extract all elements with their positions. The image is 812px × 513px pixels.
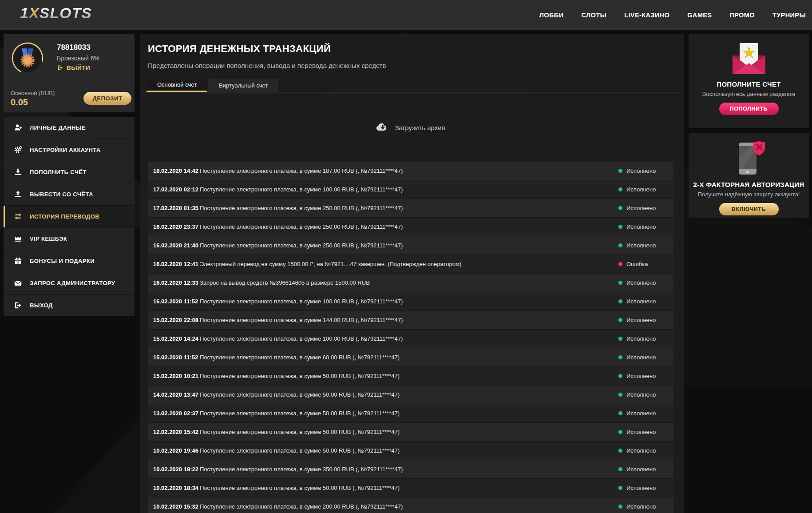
transaction-date: 10.02.2020 18:34 bbox=[153, 485, 200, 491]
tab-main-account[interactable]: Основной счет bbox=[147, 79, 207, 92]
status-label: Исполнено bbox=[626, 429, 656, 435]
sidebar-item-withdraw[interactable]: ВЫВЕСТИ СО СЧЁТА bbox=[4, 183, 135, 205]
cloud-download-icon bbox=[376, 123, 389, 132]
transaction-row: 15.02.2020 14:24Поступление электронного… bbox=[148, 330, 673, 348]
transaction-row: 10.02.2020 19:22Поступление электронного… bbox=[148, 460, 673, 479]
transaction-description: Поступление электронного платежа, в сумм… bbox=[200, 335, 618, 342]
transaction-status: Исполнено bbox=[618, 410, 668, 417]
status-dot-icon bbox=[618, 318, 622, 322]
sidebar-menu: ЛИЧНЫЕ ДАННЫЕНАСТРОЙКИ АККАУНТАПОПОЛНИТЬ… bbox=[4, 117, 135, 317]
status-dot-icon bbox=[618, 225, 622, 229]
transaction-row: 10.02.2020 18:34Поступление электронного… bbox=[148, 479, 673, 497]
promo-deposit-card: ПОПОЛНИТЕ СЧЕТ Воспользуйтесь данным раз… bbox=[689, 34, 809, 128]
avatar bbox=[12, 42, 44, 74]
promo-deposit-button[interactable]: ПОПОЛНИТЬ bbox=[719, 103, 779, 115]
user-card: 78818033 Бронзовый 6% ВЫЙТИ Основной (RU… bbox=[4, 34, 135, 112]
nav-item-слоты[interactable]: СЛОТЫ bbox=[582, 12, 607, 19]
nav-item-промо[interactable]: ПРОМО bbox=[729, 12, 755, 19]
logo-part-x: X bbox=[29, 4, 40, 21]
transaction-date: 16.02.2020 12:33 bbox=[153, 279, 200, 286]
transaction-date: 15.02.2020 11:52 bbox=[153, 354, 200, 361]
transaction-date: 15.02.2020 10:21 bbox=[153, 373, 200, 379]
sidebar-item-label: ПОПОЛНИТЬ СЧЁТ bbox=[30, 169, 87, 175]
transaction-status: Исполнено bbox=[618, 317, 668, 323]
transaction-status: Исполнено bbox=[618, 429, 668, 435]
status-label: Исполнено bbox=[626, 485, 656, 491]
transaction-status: Исполнено bbox=[618, 279, 668, 286]
envelope-icon bbox=[14, 279, 22, 287]
status-dot-icon bbox=[618, 262, 622, 266]
sidebar-item-deposit[interactable]: ПОПОЛНИТЬ СЧЁТ bbox=[4, 161, 135, 183]
transaction-description: Поступление электронного платежа, в сумм… bbox=[200, 485, 618, 491]
nav-item-турниры[interactable]: ТУРНИРЫ bbox=[772, 12, 806, 19]
user-plus-icon bbox=[14, 123, 22, 132]
transaction-date: 14.02.2020 13:47 bbox=[153, 391, 200, 398]
transaction-status: Исполнено bbox=[618, 298, 668, 305]
transaction-date: 17.02.2020 02:12 bbox=[153, 186, 200, 193]
transaction-date: 15.02.2020 14:24 bbox=[153, 335, 200, 342]
transaction-description: Поступление электронного платежа, в сумм… bbox=[200, 410, 618, 417]
sidebar-item-admin-request[interactable]: ЗАПРОС АДМИНИСТРАТОРУ bbox=[4, 272, 135, 294]
sidebar-item-transfer-history[interactable]: ИСТОРИЯ ПЕРЕВОДОВ bbox=[4, 206, 135, 227]
transaction-status: Ошибка bbox=[618, 261, 668, 267]
sidebar-item-label: ВЫВЕСТИ СО СЧЁТА bbox=[30, 191, 93, 198]
transaction-row: 15.02.2020 10:21Поступление электронного… bbox=[148, 367, 673, 386]
transaction-description: Поступление электронного платежа, в сумм… bbox=[200, 242, 618, 249]
transaction-status: Исполнено bbox=[618, 335, 668, 342]
promo-deposit-text: Воспользуйтесь данным разделом bbox=[702, 91, 796, 97]
transaction-status: Исполнено bbox=[618, 373, 668, 379]
transaction-description: Поступление электронного платежа, в сумм… bbox=[200, 186, 618, 193]
account-label: Основной (RUB) bbox=[11, 90, 55, 96]
envelope-star-icon bbox=[729, 41, 769, 76]
download-archive-button[interactable]: Загрузить архив bbox=[148, 119, 673, 136]
status-dot-icon bbox=[618, 393, 622, 397]
sidebar-item-label: ЗАПРОС АДМИНИСТРАТОРУ bbox=[30, 280, 115, 286]
transaction-date: 16.02.2020 21:40 bbox=[153, 242, 200, 249]
transaction-date: 16.02.2020 12:41 bbox=[153, 261, 200, 267]
transaction-status: Исполнено bbox=[618, 242, 668, 249]
status-label: Исполнено bbox=[626, 317, 656, 323]
sidebar-item-logout[interactable]: ВЫХОД bbox=[4, 294, 135, 316]
tabs-divider bbox=[140, 92, 684, 92]
logo-part-slots: SLOTS bbox=[40, 4, 92, 21]
site-logo[interactable]: 1XSLOTS bbox=[20, 4, 92, 22]
page-title: ИСТОРИЯ ДЕНЕЖНЫХ ТРАНЗАКЦИЙ bbox=[148, 43, 331, 55]
transaction-description: Поступление электронного платежа, в сумм… bbox=[200, 503, 618, 510]
sidebar-item-label: VIP КЕШБЭК bbox=[30, 235, 67, 242]
transaction-status: Исполнено bbox=[618, 167, 668, 174]
nav-item-лобби[interactable]: ЛОББИ bbox=[539, 12, 564, 19]
balance-value: 0.05 bbox=[11, 97, 28, 107]
tab-virtual-account[interactable]: Виртуальный счет bbox=[208, 79, 278, 92]
transaction-description: Поступление электронного платежа, в сумм… bbox=[200, 205, 618, 211]
status-dot-icon bbox=[618, 337, 622, 341]
deposit-button[interactable]: ДЕПОЗИТ bbox=[83, 92, 131, 105]
sidebar-item-vip-cashback[interactable]: VIP КЕШБЭК bbox=[4, 228, 135, 250]
transaction-date: 16.02.2020 11:52 bbox=[153, 298, 200, 305]
status-label: Ошибка bbox=[626, 261, 648, 267]
status-label: Исполнено bbox=[626, 205, 656, 211]
top-nav: ЛОББИСЛОТЫLIVE-КАЗИНОGAMESПРОМОТУРНИРЫ bbox=[539, 0, 806, 30]
status-dot-icon bbox=[618, 187, 622, 191]
promo-2fa-text: Получите надёжную защиту аккаунта! bbox=[698, 191, 800, 198]
logout-link[interactable]: ВЫЙТИ bbox=[57, 64, 90, 71]
status-label: Исполнено bbox=[626, 373, 656, 379]
status-dot-icon bbox=[618, 281, 622, 285]
status-dot-icon bbox=[618, 169, 622, 173]
transactions-table[interactable]: 18.02.2020 14:42Поступление электронного… bbox=[148, 162, 673, 513]
transaction-row: 12.02.2020 15:42Поступление электронного… bbox=[148, 423, 673, 441]
exit-icon bbox=[57, 64, 63, 71]
sidebar-item-label: НАСТРОЙКИ АККАУНТА bbox=[30, 147, 101, 153]
promo-2fa-title: 2-Х ФАКТОРНАЯ АВТОРИЗАЦИЯ bbox=[693, 181, 804, 188]
nav-item-live-казино[interactable]: LIVE-КАЗИНО bbox=[624, 12, 669, 19]
transaction-row: 10.02.2020 15:32Поступление электронного… bbox=[148, 497, 673, 513]
status-label: Исполнено bbox=[626, 167, 656, 174]
transaction-description: Поступление электронного платежа, в сумм… bbox=[200, 223, 618, 230]
promo-2fa-button[interactable]: ВКЛЮЧИТЬ bbox=[719, 203, 779, 215]
sidebar-item-personal-data[interactable]: ЛИЧНЫЕ ДАННЫЕ bbox=[4, 117, 135, 139]
status-label: Исполнено bbox=[626, 279, 656, 286]
withdraw-tray-icon bbox=[14, 190, 22, 199]
transaction-description: Поступление электронного платежа, в сумм… bbox=[200, 373, 618, 379]
sidebar-item-bonuses[interactable]: БОНУСЫ И ПОДАРКИ bbox=[4, 250, 135, 272]
nav-item-games[interactable]: GAMES bbox=[687, 12, 712, 19]
sidebar-item-account-settings[interactable]: НАСТРОЙКИ АККАУНТА bbox=[4, 139, 135, 161]
